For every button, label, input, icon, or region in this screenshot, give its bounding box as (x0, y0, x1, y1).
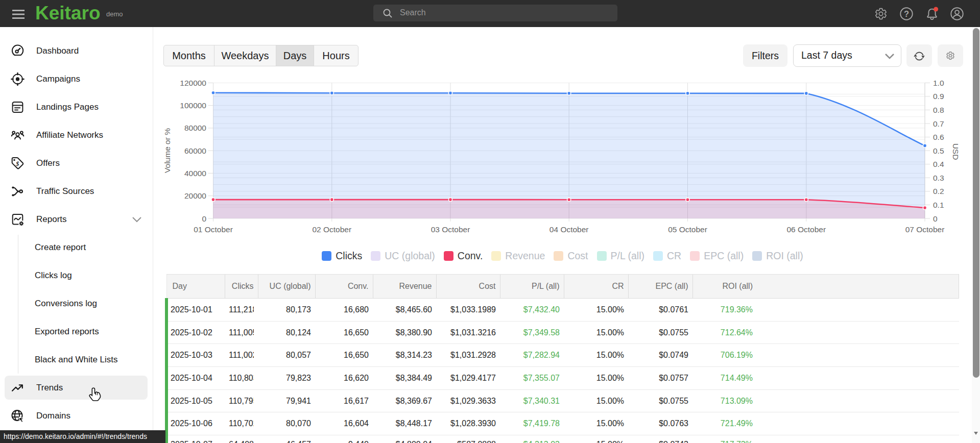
svg-text:20000: 20000 (184, 191, 206, 200)
svg-text:0: 0 (202, 214, 206, 223)
svg-text:03 October: 03 October (431, 225, 470, 234)
svg-text:80000: 80000 (184, 124, 206, 132)
svg-text:0.1: 0.1 (933, 201, 944, 209)
svg-text:40000: 40000 (184, 169, 206, 178)
svg-text:06 October: 06 October (786, 225, 826, 234)
svg-text:USD: USD (951, 143, 960, 160)
svg-text:0.7: 0.7 (933, 119, 944, 128)
svg-text:0.6: 0.6 (933, 133, 944, 141)
svg-text:1.0: 1.0 (933, 79, 944, 87)
svg-text:0.3: 0.3 (933, 174, 944, 182)
svg-text:Volume or %: Volume or % (163, 128, 172, 173)
svg-text:04 October: 04 October (549, 225, 589, 234)
svg-text:02 October: 02 October (312, 225, 351, 234)
svg-text:01 October: 01 October (194, 225, 233, 234)
svg-text:07 October: 07 October (905, 225, 945, 234)
svg-text:05 October: 05 October (668, 225, 707, 234)
svg-text:60000: 60000 (184, 146, 206, 155)
svg-text:0.8: 0.8 (933, 106, 944, 114)
svg-text:0.9: 0.9 (933, 92, 944, 101)
svg-text:120000: 120000 (180, 79, 206, 87)
svg-text:0.5: 0.5 (933, 146, 944, 155)
svg-text:?: ? (904, 9, 909, 18)
svg-text:0.4: 0.4 (933, 160, 944, 168)
svg-text:0: 0 (933, 214, 938, 223)
svg-text:0.2: 0.2 (933, 187, 944, 195)
svg-text:100000: 100000 (180, 101, 206, 110)
svg-text:$: $ (15, 160, 19, 167)
